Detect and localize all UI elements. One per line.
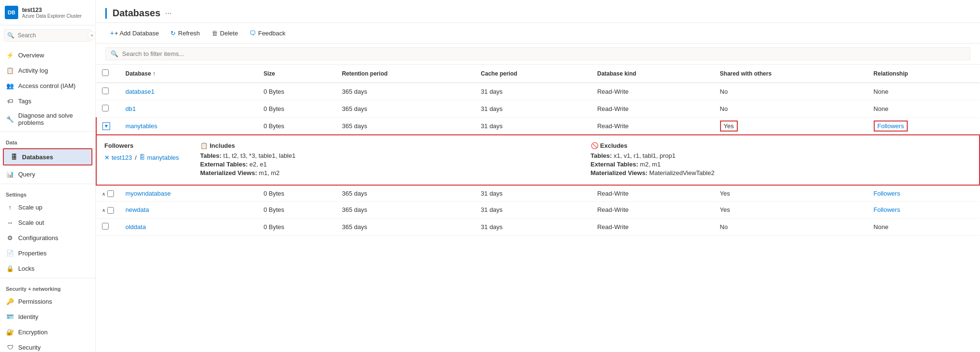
sidebar-item-properties[interactable]: 📄 Properties — [0, 245, 95, 261]
excludes-tables-label: Tables: — [591, 152, 614, 159]
filter-input[interactable] — [122, 50, 965, 57]
collapse-icon[interactable]: ∧ — [102, 208, 105, 213]
sidebar-item-access-control-label: Access control (IAM) — [18, 82, 76, 89]
add-icon: + — [110, 29, 114, 37]
includes-label: Includes — [210, 142, 235, 149]
sidebar-item-diagnose[interactable]: 🔧 Diagnose and solve problems — [0, 109, 95, 130]
includes-tables-value: t1, t2, t3, *3, table1, lable1 — [223, 152, 295, 159]
select-all-checkbox[interactable] — [102, 69, 109, 76]
table-row: database1 0 Bytes 365 days 31 days Read-… — [96, 83, 980, 100]
followers-panel: Followers ✕ test123 / 🗄 manytables — [97, 135, 979, 185]
access-control-icon: 👥 — [6, 81, 14, 90]
sidebar-item-databases[interactable]: 🗄 Databases — [4, 149, 91, 165]
sidebar-item-encryption-label: Encryption — [18, 329, 47, 336]
collapse-sidebar-button[interactable]: « — [88, 31, 96, 40]
refresh-button[interactable]: ↻ Refresh — [166, 27, 205, 39]
followers-badge[interactable]: Followers — [874, 121, 908, 132]
search-icon: 🔍 — [7, 32, 14, 39]
page-title: Databases — [113, 8, 160, 19]
sidebar-item-scale-out[interactable]: ↔ Scale out — [0, 215, 95, 230]
row-cache: 31 days — [475, 83, 591, 100]
excludes-ext-tables-value: m2, m1 — [640, 161, 661, 168]
excludes-ext-tables-label: External Tables: — [591, 161, 640, 168]
col-database[interactable]: Database ↑ — [120, 65, 258, 83]
row-database-name: myowndatabase — [120, 185, 258, 202]
permissions-icon: 🔑 — [6, 297, 14, 306]
row-size: 0 Bytes — [258, 202, 336, 219]
feedback-button[interactable]: 🗨 Feedback — [245, 27, 290, 39]
sidebar-item-activity-log-label: Activity log — [18, 67, 48, 74]
sidebar-item-locks[interactable]: 🔒 Locks — [0, 261, 95, 276]
app-logo: DB — [5, 6, 18, 19]
sidebar-item-overview[interactable]: ⚡ Overview — [0, 47, 95, 63]
search-input[interactable] — [4, 29, 91, 42]
database-link[interactable]: olddata — [125, 223, 146, 231]
sidebar-item-diagnose-label: Diagnose and solve problems — [18, 112, 90, 126]
filter-input-wrap: 🔍 — [105, 47, 970, 60]
includes-ext-tables-value: e2, e1 — [249, 161, 267, 168]
sidebar-item-configurations[interactable]: ⚙ Configurations — [0, 230, 95, 245]
database-icon: 🗄 — [139, 154, 145, 161]
row-checkbox[interactable] — [102, 105, 109, 111]
excludes-col-header: 🚫 Excludes — [591, 142, 972, 149]
sidebar-item-security-label: Security — [18, 344, 41, 351]
row-checkbox-cell: ∧ — [96, 202, 120, 219]
row-kind: Read-Write — [591, 202, 714, 219]
sidebar-item-scale-up[interactable]: ↑ Scale up — [0, 199, 95, 215]
row-shared: No — [714, 100, 868, 118]
followers-link[interactable]: Followers — [874, 206, 901, 213]
followers-expanded-row: Followers ✕ test123 / 🗄 manytables — [96, 135, 980, 185]
db-name-link[interactable]: manytables — [147, 154, 179, 161]
collapse-icon[interactable]: ∧ — [102, 191, 105, 197]
sidebar-item-query[interactable]: 📊 Query — [0, 166, 95, 182]
row-database-name: olddata — [120, 218, 258, 235]
sidebar-item-security[interactable]: 🛡 Security — [0, 340, 95, 352]
row-checkbox[interactable] — [102, 88, 109, 94]
row-cache: 31 days — [475, 185, 591, 202]
add-database-button[interactable]: + + Add Database — [105, 27, 164, 39]
table-row: ∧ myowndatabase 0 Bytes 365 days 31 days… — [96, 185, 980, 202]
identity-icon: 🪪 — [6, 312, 14, 321]
table-row: olddata 0 Bytes 365 days 31 days Read-Wr… — [96, 218, 980, 235]
row-shared: Yes — [714, 202, 868, 219]
cluster-icon: ✕ — [104, 154, 110, 161]
row-size: 0 Bytes — [258, 118, 336, 135]
database-link[interactable]: myowndatabase — [125, 190, 171, 197]
sidebar-item-scale-out-label: Scale out — [18, 219, 44, 226]
sidebar-item-activity-log[interactable]: 📋 Activity log — [0, 63, 95, 78]
followers-col-label: Followers — [104, 142, 134, 149]
row-kind: Read-Write — [591, 118, 714, 135]
row-checkbox[interactable] — [102, 223, 109, 230]
database-link[interactable]: manytables — [125, 122, 157, 130]
row-database-name: database1 — [120, 83, 258, 100]
app-name: test123 — [22, 7, 82, 13]
cluster-name-link[interactable]: test123 — [112, 154, 132, 161]
includes-tables: Tables: t1, t2, t3, *3, table1, lable1 — [200, 152, 581, 159]
sidebar-item-access-control[interactable]: 👥 Access control (IAM) — [0, 78, 95, 93]
row-checkbox[interactable] — [107, 207, 114, 214]
excludes-external-tables: External Tables: m2, m1 — [591, 161, 972, 168]
sidebar-item-tags[interactable]: 🏷 Tags — [0, 93, 95, 109]
delete-button[interactable]: 🗑 Delete — [207, 27, 243, 39]
followers-panel-cell: Followers ✕ test123 / 🗄 manytables — [96, 135, 980, 185]
row-database-name: manytables — [120, 118, 258, 135]
sidebar-item-permissions-label: Permissions — [18, 298, 52, 305]
includes-col: 📋 Includes Tables: t1, t2, t3, *3, table… — [200, 142, 581, 178]
database-link[interactable]: db1 — [125, 105, 136, 112]
sidebar-nav: ⚡ Overview 📋 Activity log 👥 Access contr… — [0, 45, 95, 352]
sidebar-item-encryption[interactable]: 🔐 Encryption — [0, 324, 95, 340]
row-checkbox-cell: ∧ — [96, 185, 120, 202]
row-relationship: Followers — [868, 202, 980, 219]
database-link[interactable]: database1 — [125, 88, 155, 95]
sidebar-item-permissions[interactable]: 🔑 Permissions — [0, 294, 95, 309]
row-relationship: Followers — [868, 185, 980, 202]
more-options-button[interactable]: ··· — [165, 9, 171, 18]
followers-link[interactable]: Followers — [874, 190, 901, 197]
row-retention: 365 days — [336, 100, 475, 118]
expand-icon[interactable]: ▼ — [104, 123, 109, 129]
row-checkbox[interactable] — [107, 190, 114, 197]
database-link[interactable]: newdata — [125, 206, 149, 213]
filter-bar: 🔍 — [96, 44, 980, 65]
sidebar-item-identity[interactable]: 🪪 Identity — [0, 309, 95, 324]
row-database-name: db1 — [120, 100, 258, 118]
